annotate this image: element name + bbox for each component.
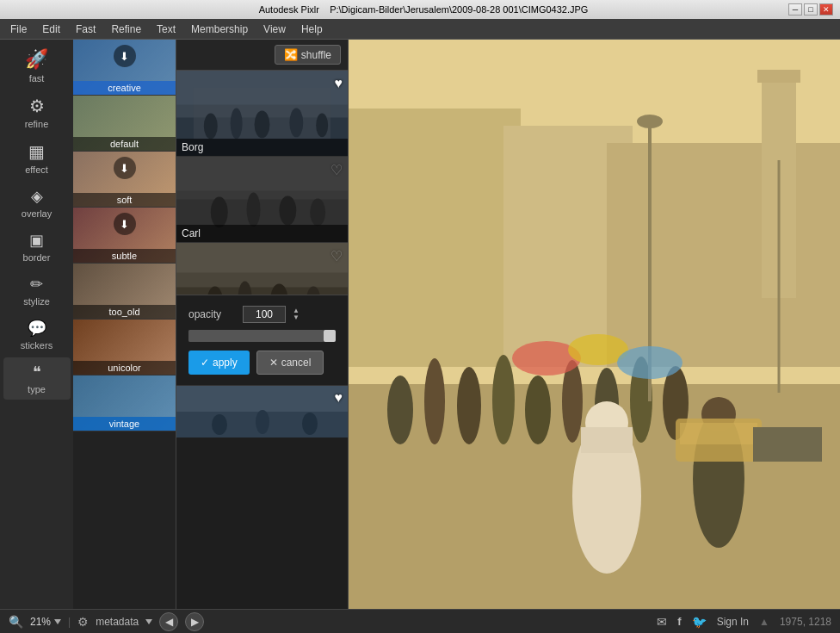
- lookup-item-doris[interactable]: ♡ Doris: [176, 243, 348, 295]
- main-layout: 🚀 fast ⚙ refine ▦ effect ◈ overlay ▣ bor…: [0, 40, 840, 609]
- sidebar-item-fast[interactable]: 🚀 fast: [3, 43, 71, 89]
- filter-panel: ⬇ creative default ⬇ soft ⬇ subtle too_o…: [73, 40, 176, 609]
- email-icon[interactable]: ✉: [657, 615, 667, 629]
- svg-point-6: [289, 109, 303, 138]
- metadata-label: metadata: [96, 616, 139, 628]
- checkmark-icon: ✓: [201, 357, 209, 369]
- sidebar-item-effect[interactable]: ▦ effect: [3, 136, 71, 180]
- svg-point-4: [231, 109, 243, 140]
- fast-icon: 🚀: [25, 48, 48, 71]
- svg-point-7: [316, 114, 328, 138]
- svg-rect-15: [176, 157, 348, 191]
- lookup-label-borg: Borg: [176, 139, 348, 156]
- svg-point-11: [211, 197, 228, 228]
- opacity-spinners: ▲ ▼: [293, 307, 300, 321]
- upload-arrow-icon: ▲: [759, 616, 769, 628]
- titlebar-title: Autodesk Pixlr P:\Digicam-Bilder\Jerusal…: [59, 4, 788, 15]
- sidebar-label-refine: refine: [25, 119, 49, 129]
- twitter-icon[interactable]: 🐦: [692, 615, 707, 629]
- menu-refine[interactable]: Refine: [104, 22, 148, 37]
- lookup-grid: ♥ Borg ♡ Carl: [176, 71, 348, 295]
- apply-button[interactable]: ✓ apply: [188, 351, 250, 375]
- sidebar-label-overlay: overlay: [22, 208, 52, 219]
- download-icon-soft: ⬇: [114, 157, 136, 179]
- opacity-input[interactable]: [243, 306, 286, 323]
- sidebar-item-border[interactable]: ▣ border: [3, 226, 71, 268]
- border-icon: ▣: [29, 231, 44, 250]
- sidebar-label-stylize: stylize: [23, 296, 50, 307]
- opacity-slider-track[interactable]: [188, 330, 336, 342]
- menu-fast[interactable]: Fast: [69, 22, 102, 37]
- sign-in-button[interactable]: Sign In: [717, 616, 749, 628]
- sidebar: 🚀 fast ⚙ refine ▦ effect ◈ overlay ▣ bor…: [0, 40, 73, 609]
- sidebar-item-overlay[interactable]: ◈ overlay: [3, 182, 71, 224]
- lookup-label-carl: Carl: [176, 225, 348, 242]
- nav-prev-button[interactable]: ◀: [159, 612, 178, 631]
- svg-point-13: [279, 196, 296, 226]
- action-row: ✓ apply ✕ cancel: [188, 351, 336, 375]
- metadata-dropdown-arrow[interactable]: [145, 619, 152, 624]
- sidebar-item-stickers[interactable]: 💬 stickers: [3, 313, 71, 356]
- close-button[interactable]: ✕: [819, 3, 833, 16]
- zoom-display[interactable]: 21%: [30, 616, 61, 628]
- download-icon: ⬇: [114, 45, 136, 67]
- lookup-header: 🔀 shuffle: [176, 40, 348, 71]
- filter-creative[interactable]: ⬇ creative: [73, 40, 176, 96]
- cancel-button[interactable]: ✕ cancel: [256, 351, 324, 375]
- menu-help[interactable]: Help: [294, 22, 330, 37]
- shuffle-button[interactable]: 🔀 shuffle: [275, 45, 341, 65]
- search-icon: 🔍: [9, 615, 23, 629]
- opacity-slider-row: [188, 330, 336, 342]
- filter-soft[interactable]: ⬇ soft: [73, 152, 176, 208]
- shuffle-label: shuffle: [301, 49, 331, 61]
- nav-next-button[interactable]: ▶: [185, 612, 204, 631]
- window-controls: ─ □ ✕: [788, 3, 833, 16]
- minimize-button[interactable]: ─: [788, 3, 802, 16]
- metadata-icon: ⚙: [77, 615, 89, 629]
- lookup-item-borg[interactable]: ♥ Borg: [176, 71, 348, 157]
- apply-label: apply: [213, 357, 238, 369]
- download-icon-subtle: ⬇: [114, 213, 136, 235]
- zoom-value: 21%: [30, 616, 51, 628]
- filter-default[interactable]: default: [73, 96, 176, 152]
- shuffle-icon: 🔀: [284, 48, 298, 61]
- sidebar-item-type[interactable]: ❝ type: [3, 357, 71, 400]
- menu-view[interactable]: View: [256, 22, 293, 37]
- filter-vintage[interactable]: vintage: [73, 375, 176, 431]
- menu-membership[interactable]: Membership: [184, 22, 255, 37]
- opacity-down[interactable]: ▼: [293, 314, 300, 321]
- svg-rect-66: [349, 40, 840, 609]
- filter-vintage-label: vintage: [73, 417, 176, 431]
- filter-subtle[interactable]: ⬇ subtle: [73, 208, 176, 264]
- coordinates: 1975, 1218: [780, 616, 831, 628]
- separator: |: [68, 616, 71, 628]
- sidebar-label-border: border: [23, 252, 51, 263]
- sidebar-item-stylize[interactable]: ✏ stylize: [3, 270, 71, 312]
- cancel-label: cancel: [281, 357, 312, 369]
- refine-icon: ⚙: [29, 96, 45, 116]
- facebook-icon[interactable]: f: [677, 615, 681, 628]
- x-icon: ✕: [269, 357, 278, 369]
- svg-rect-8: [176, 71, 348, 105]
- metadata-button[interactable]: metadata: [96, 616, 139, 628]
- filter-too-old-label: too_old: [73, 305, 176, 319]
- sidebar-item-refine[interactable]: ⚙ refine: [3, 90, 71, 134]
- opacity-slider-thumb[interactable]: [324, 330, 336, 342]
- sidebar-label-stickers: stickers: [21, 340, 52, 351]
- svg-point-35: [302, 413, 318, 435]
- file-path: P:\Digicam-Bilder\Jerusalem\2009-08-28 0…: [330, 4, 588, 15]
- zoom-dropdown-arrow[interactable]: [54, 619, 61, 624]
- menu-file[interactable]: File: [3, 22, 34, 37]
- statusbar: 🔍 21% | ⚙ metadata ◀ ▶ ✉ f 🐦 Sign In ▲ 1…: [0, 609, 840, 633]
- filter-too-old[interactable]: too_old: [73, 264, 176, 320]
- menu-text[interactable]: Text: [150, 22, 182, 37]
- sidebar-label-effect: effect: [25, 164, 48, 175]
- lookup-item-carl[interactable]: ♡ Carl: [176, 157, 348, 243]
- maximize-button[interactable]: □: [804, 3, 818, 16]
- svg-rect-22: [176, 243, 348, 273]
- canvas-area: [349, 40, 840, 609]
- sidebar-label-type: type: [28, 384, 46, 394]
- menu-edit[interactable]: Edit: [35, 22, 67, 37]
- filter-unicolor[interactable]: unicolor: [73, 320, 176, 375]
- type-icon: ❝: [33, 363, 41, 382]
